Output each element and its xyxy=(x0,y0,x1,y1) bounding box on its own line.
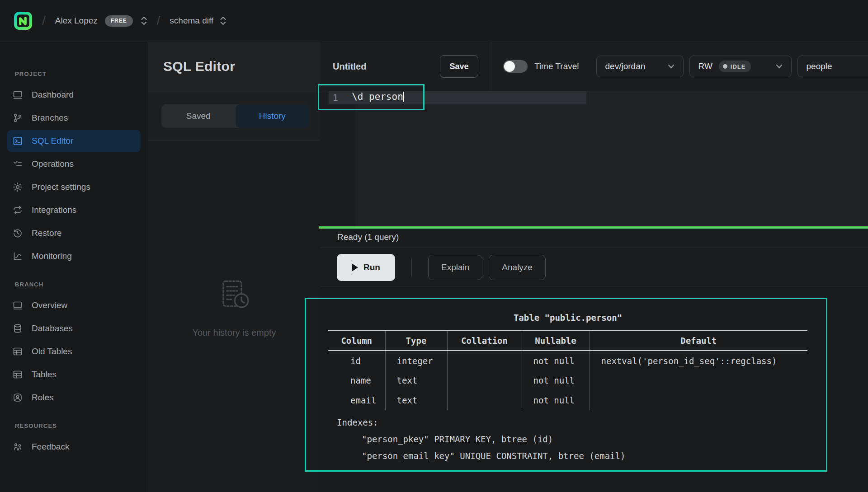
sidebar-item-restore[interactable]: Restore xyxy=(7,222,141,244)
sidebar-item-old-tables[interactable]: Old Tables xyxy=(7,341,141,362)
operations-icon xyxy=(12,159,23,169)
feedback-icon xyxy=(12,441,23,452)
org-switcher-button[interactable] xyxy=(141,15,147,26)
save-button[interactable]: Save xyxy=(440,55,478,78)
index-definition: "person_pkey" PRIMARY KEY, btree (id) xyxy=(328,431,807,448)
databases-icon xyxy=(12,323,23,334)
query-status-bar: Ready (1 query) xyxy=(320,226,868,248)
toggle-knob xyxy=(504,61,515,72)
query-title[interactable]: Untitled xyxy=(333,61,440,72)
sidebar-item-databases[interactable]: Databases xyxy=(7,318,141,339)
sidebar-item-feedback[interactable]: Feedback xyxy=(7,436,141,458)
sidebar-item-tables[interactable]: Tables xyxy=(7,364,141,385)
sidebar-item-label: Monitoring xyxy=(32,251,72,261)
neon-logo[interactable] xyxy=(14,11,33,30)
sidebar-item-label: Roles xyxy=(32,393,54,403)
results-column-header: Nullable xyxy=(522,331,590,351)
explain-button[interactable]: Explain xyxy=(428,255,482,280)
sidebar-item-label: Databases xyxy=(32,323,73,333)
compute-status-text: IDLE xyxy=(731,63,746,70)
compute-select-value: RW xyxy=(698,61,712,71)
run-button-label: Run xyxy=(363,262,380,272)
breadcrumb-org[interactable]: Alex Lopez xyxy=(55,16,98,26)
sidebar-item-dashboard[interactable]: Dashboard xyxy=(7,84,141,106)
results-cell: id xyxy=(328,351,385,370)
line-number: 1 xyxy=(320,91,338,104)
editor-gutter xyxy=(320,91,355,226)
status-message: Ready (1 query) xyxy=(337,232,399,242)
results-cell: text xyxy=(385,370,447,390)
sidebar-item-overview[interactable]: Overview xyxy=(7,295,141,316)
results-cell xyxy=(447,351,522,370)
compute-status-badge: IDLE xyxy=(719,61,751,72)
query-actions-bar: Run Explain Analyze xyxy=(320,248,868,287)
results-column-header: Default xyxy=(590,331,807,351)
sidebar-item-branches[interactable]: Branches xyxy=(7,107,141,129)
saved-history-tabs: Saved History xyxy=(161,104,309,128)
sidebar-item-label: Integrations xyxy=(32,205,76,215)
chevron-updown-icon xyxy=(220,15,226,26)
results-table: ColumnTypeCollationNullableDefaultidinte… xyxy=(328,330,807,410)
overview-icon xyxy=(12,300,23,311)
code-text: \d person xyxy=(352,91,403,102)
table-icon xyxy=(12,346,23,357)
compute-select[interactable]: RW IDLE xyxy=(689,56,792,77)
results-cell: text xyxy=(385,390,447,410)
branch-select-value: dev/jordan xyxy=(605,61,646,71)
time-travel-toggle[interactable] xyxy=(503,60,528,73)
results-cell: name xyxy=(328,370,385,390)
neon-console: / Alex Lopez FREE / schema diff PROJECTD… xyxy=(0,0,868,492)
tab-saved[interactable]: Saved xyxy=(161,104,236,128)
pane-resize-handle[interactable] xyxy=(319,226,868,229)
project-switcher-button[interactable] xyxy=(220,15,226,26)
connection-controls: Time Travel dev/jordan RW IDLE people xyxy=(492,42,868,91)
sidebar-item-project-settings[interactable]: Project settings xyxy=(7,176,141,198)
sidebar-item-label: Branches xyxy=(32,113,68,123)
branch-select[interactable]: dev/jordan xyxy=(596,56,684,77)
results-cell: not null xyxy=(522,370,590,390)
sidebar-item-roles[interactable]: Roles xyxy=(7,387,141,408)
sidebar: PROJECTDashboardBranchesSQL EditorOperat… xyxy=(0,42,148,492)
results-cell: not null xyxy=(522,390,590,410)
tab-history[interactable]: History xyxy=(236,104,310,128)
editor-toolbar: Untitled Save Time Travel dev/jordan RW … xyxy=(320,42,868,91)
chevron-down-icon xyxy=(776,64,783,69)
database-select[interactable]: people xyxy=(797,56,868,77)
restore-icon xyxy=(12,228,23,239)
branches-icon xyxy=(12,112,23,123)
breadcrumb-separator: / xyxy=(157,14,160,28)
psql-output: Table "public.person" ColumnTypeCollatio… xyxy=(328,287,807,464)
sql-editor-panel: SQL Editor Saved History Your history is… xyxy=(148,42,320,492)
sidebar-item-label: SQL Editor xyxy=(32,136,73,146)
run-button[interactable]: Run xyxy=(337,254,395,281)
results-column-header: Collation xyxy=(447,331,522,351)
table-icon xyxy=(12,369,23,380)
actions-divider xyxy=(411,258,412,276)
breadcrumb-project[interactable]: schema diff xyxy=(170,16,213,26)
play-icon xyxy=(352,263,358,272)
sql-editor-icon xyxy=(12,136,23,146)
results-cell: nextval('person_id_seq'::regclass) xyxy=(590,351,807,370)
analyze-button[interactable]: Analyze xyxy=(489,255,546,280)
code-line[interactable]: \d person xyxy=(352,91,404,102)
results-column-header: Type xyxy=(385,331,447,351)
database-select-value: people xyxy=(807,61,832,71)
sidebar-section-label: RESOURCES xyxy=(15,422,148,429)
history-empty-text: Your history is empty xyxy=(193,328,276,338)
sidebar-item-monitoring[interactable]: Monitoring xyxy=(7,245,141,267)
sidebar-item-integrations[interactable]: Integrations xyxy=(7,199,141,221)
query-title-group: Untitled Save xyxy=(320,42,491,91)
sidebar-item-label: Dashboard xyxy=(32,90,74,100)
results-cell xyxy=(447,370,522,390)
top-bar: / Alex Lopez FREE / schema diff xyxy=(0,0,868,42)
results-cell xyxy=(590,370,807,390)
sidebar-item-label: Overview xyxy=(32,300,67,310)
sidebar-item-operations[interactable]: Operations xyxy=(7,153,141,175)
code-editor[interactable]: 1 \d person xyxy=(320,91,868,226)
panel-header: SQL Editor xyxy=(148,42,320,91)
sidebar-item-sql-editor[interactable]: SQL Editor xyxy=(7,130,141,152)
results-row: idintegernot nullnextval('person_id_seq'… xyxy=(328,351,807,370)
results-cell xyxy=(590,390,807,410)
neon-logo-icon xyxy=(14,11,33,30)
time-travel-label: Time Travel xyxy=(534,61,579,71)
